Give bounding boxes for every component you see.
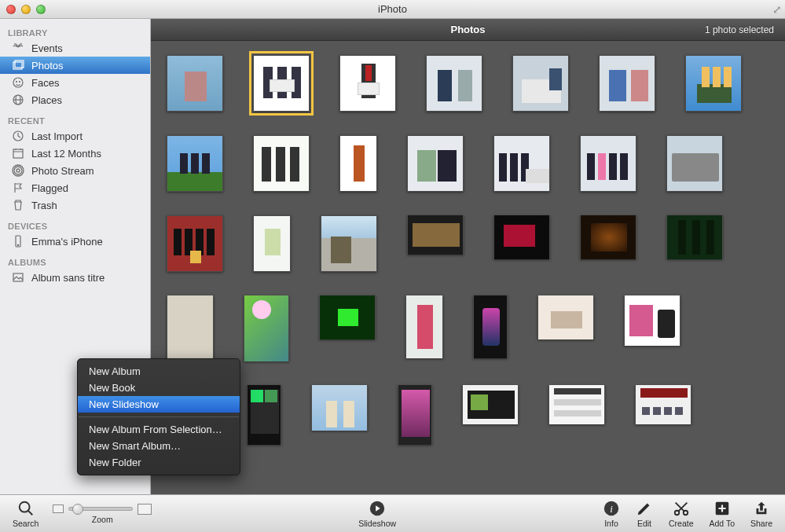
thumbnail-grid[interactable]	[151, 41, 785, 494]
content-header: Photos 1 photo selected	[151, 19, 785, 41]
sidebar-heading: ALBUMS	[0, 256, 150, 269]
photo-thumbnail[interactable]	[512, 55, 569, 112]
info-button[interactable]: i Info	[603, 500, 620, 528]
phone-icon	[11, 235, 25, 248]
edit-button[interactable]: Edit	[636, 500, 653, 528]
menu-item-new-folder[interactable]: New Folder	[78, 454, 240, 471]
photo-thumbnail[interactable]	[537, 295, 594, 339]
photo-thumbnail[interactable]	[580, 135, 636, 192]
photo-thumbnail[interactable]	[599, 55, 655, 112]
palm-tree-icon	[11, 42, 25, 54]
thumbnail-row	[159, 385, 777, 445]
photo-thumbnail[interactable]	[548, 385, 605, 424]
sidebar-item-last-12-months[interactable]: Last 12 Months	[0, 145, 150, 162]
sidebar-item-places[interactable]: Places	[0, 91, 150, 108]
menu-item-new-album-from-selection[interactable]: New Album From Selection…	[78, 421, 240, 438]
zoom-slider-knob[interactable]	[72, 504, 83, 515]
photo-thumbnail[interactable]	[405, 295, 443, 358]
photo-thumbnail[interactable]	[167, 135, 223, 192]
sidebar-item-album[interactable]: Album sans titre	[0, 269, 150, 286]
photo-thumbnail-selected[interactable]	[253, 55, 310, 112]
toolbar-label: Search	[13, 519, 39, 528]
menu-item-new-slideshow[interactable]: New Slideshow	[78, 396, 240, 413]
sidebar-section-library: LIBRARY Events Photos Faces	[0, 25, 150, 108]
sidebar-section-recent: RECENT Last Import Last 12 Months Photo …	[0, 113, 150, 214]
menu-separator	[79, 416, 239, 417]
svg-text:i: i	[610, 503, 613, 514]
sidebar-item-label: Faces	[31, 77, 144, 89]
sidebar-item-photos[interactable]: Photos	[0, 57, 150, 74]
sidebar-section-albums: ALBUMS Album sans titre	[0, 255, 150, 286]
photo-thumbnail[interactable]	[624, 295, 680, 346]
globe-icon	[11, 94, 25, 106]
sidebar-item-trash[interactable]: Trash	[0, 196, 150, 214]
photo-thumbnail[interactable]	[167, 55, 223, 112]
close-window-button[interactable]	[6, 5, 16, 14]
create-button[interactable]: Create	[669, 500, 694, 528]
sidebar-item-device[interactable]: Emma's iPhone	[0, 233, 150, 250]
share-button[interactable]: Share	[750, 500, 772, 528]
flag-icon	[11, 182, 25, 194]
photo-thumbnail[interactable]	[247, 385, 281, 445]
sidebar-item-flagged[interactable]: Flagged	[0, 179, 150, 196]
photo-thumbnail[interactable]	[462, 385, 519, 424]
sidebar-item-label: Emma's iPhone	[31, 236, 144, 248]
sidebar-item-label: Album sans titre	[31, 272, 144, 284]
photo-thumbnail[interactable]	[311, 385, 368, 431]
sidebar-heading: RECENT	[0, 115, 150, 127]
photo-thumbnail[interactable]	[253, 215, 291, 272]
sidebar-item-label: Events	[31, 42, 144, 54]
photo-thumbnail[interactable]	[685, 55, 742, 112]
sidebar-item-label: Last Import	[31, 130, 144, 142]
svg-point-4	[20, 82, 20, 83]
sidebar-section-devices: DEVICES Emma's iPhone	[0, 218, 150, 250]
photo-thumbnail[interactable]	[319, 295, 376, 339]
photo-thumbnail[interactable]	[666, 135, 723, 192]
photo-thumbnail[interactable]	[635, 385, 691, 424]
photo-thumbnail[interactable]	[407, 135, 464, 192]
slideshow-button[interactable]: Slideshow	[358, 500, 396, 528]
scissors-icon	[673, 500, 690, 517]
svg-point-13	[17, 244, 18, 245]
photo-thumbnail[interactable]	[473, 295, 508, 358]
minimize-window-button[interactable]	[21, 5, 31, 14]
photo-thumbnail[interactable]	[244, 295, 289, 361]
zoom-in-icon	[138, 504, 152, 515]
photo-thumbnail[interactable]	[321, 215, 377, 272]
menu-item-new-smart-album[interactable]: New Smart Album…	[78, 438, 240, 454]
photo-thumbnail[interactable]	[426, 55, 482, 112]
sidebar-heading: LIBRARY	[0, 27, 150, 39]
fullscreen-icon[interactable]: ⤢	[772, 3, 782, 16]
menu-item-new-book[interactable]: New Book	[78, 380, 240, 396]
photo-thumbnail[interactable]	[493, 215, 550, 259]
svg-point-15	[19, 501, 29, 512]
photo-thumbnail[interactable]	[167, 215, 223, 272]
svg-rect-14	[13, 273, 23, 281]
search-button[interactable]: Search	[13, 500, 39, 528]
photo-thumbnail[interactable]	[339, 55, 396, 112]
photo-thumbnail[interactable]	[398, 385, 432, 445]
photo-thumbnail[interactable]	[580, 215, 636, 259]
photo-thumbnail[interactable]	[407, 215, 464, 255]
photo-thumbnail[interactable]	[666, 215, 723, 259]
zoom-slider[interactable]	[68, 507, 133, 511]
sidebar-item-label: Places	[31, 94, 144, 106]
sidebar-item-faces[interactable]: Faces	[0, 74, 150, 91]
photo-thumbnail[interactable]	[253, 135, 310, 192]
zoom-control[interactable]: Zoom	[53, 504, 152, 524]
zoom-window-button[interactable]	[36, 5, 46, 14]
svg-point-9	[17, 169, 20, 172]
photo-stack-icon	[11, 59, 25, 72]
add-to-button[interactable]: Add To	[709, 500, 735, 528]
sidebar-item-photo-stream[interactable]: Photo Stream	[0, 162, 150, 179]
sidebar-item-last-import[interactable]: Last Import	[0, 127, 150, 145]
share-icon	[753, 500, 770, 517]
info-icon: i	[603, 500, 620, 517]
create-context-menu[interactable]: New Album New Book New Slideshow New Alb…	[77, 358, 240, 475]
photo-thumbnail[interactable]	[167, 295, 214, 361]
menu-item-new-album[interactable]: New Album	[78, 363, 240, 380]
sidebar-item-events[interactable]: Events	[0, 39, 150, 57]
toolbar-label: Add To	[709, 519, 735, 528]
photo-thumbnail[interactable]	[493, 135, 550, 192]
photo-thumbnail[interactable]	[339, 135, 377, 192]
